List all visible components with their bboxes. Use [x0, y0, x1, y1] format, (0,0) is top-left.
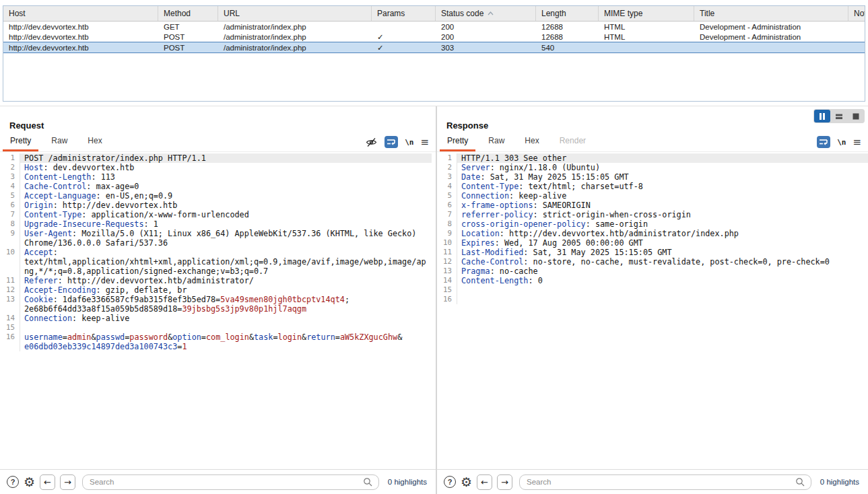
editor-line-text: Content-Type: application/x-www-form-url…: [20, 210, 432, 219]
editor-line: 9User-Agent: Mozilla/5.0 (X11; Linux x86…: [0, 229, 436, 248]
editor-line-text: Referer: http://dev.devvortex.htb/admini…: [20, 276, 432, 285]
table-cell: 303: [436, 44, 536, 52]
column-header-host[interactable]: Host: [3, 6, 158, 21]
editor-line-text: User-Agent: Mozilla/5.0 (X11; Linux x86_…: [20, 229, 432, 248]
table-row[interactable]: http://dev.devvortex.htbPOST/administrat…: [3, 32, 865, 42]
search-prev-button[interactable]: ←: [40, 474, 55, 490]
column-header-method[interactable]: Method: [158, 6, 218, 21]
column-header-label: Status code: [441, 9, 483, 18]
line-number: 11: [0, 276, 20, 285]
table-cell: 200: [436, 33, 536, 41]
editor-line-text: Origin: http://dev.devvortex.htb: [20, 201, 432, 210]
table-cell: 12688: [536, 33, 599, 41]
editor-line: 12Accept-Encoding: gzip, deflate, br: [0, 285, 436, 295]
table-row[interactable]: http://dev.devvortex.htbPOST/administrat…: [3, 42, 865, 53]
editor-line-text: Cache-Control: max-age=0: [20, 182, 432, 191]
tab-hex[interactable]: Hex: [80, 133, 109, 151]
request-tabs-row: PrettyRawHex: [0, 133, 436, 152]
editor-line: 14Content-Length: 0: [437, 276, 868, 285]
table-cell: /administrator/index.php: [218, 44, 372, 52]
line-number: 9: [437, 229, 457, 238]
request-highlights-count: 0 highlights: [388, 478, 427, 486]
line-number: 16: [437, 295, 457, 304]
column-header-label: MIME type: [604, 9, 642, 18]
column-header-note[interactable]: Note: [848, 6, 865, 21]
column-header-mime-type[interactable]: MIME type: [599, 6, 694, 21]
editor-line: 3Date: Sat, 31 May 2025 15:15:05 GMT: [437, 172, 868, 182]
settings-gear-icon[interactable]: ⚙: [24, 476, 35, 489]
response-editor[interactable]: 1HTTP/1.1 303 See other2Server: nginx/1.…: [437, 152, 868, 469]
editor-line: 16: [437, 295, 868, 304]
tab-pretty[interactable]: Pretty: [3, 133, 38, 151]
request-search-bar: ? ⚙ ← → 0 highlights: [0, 469, 436, 494]
table-cell: ✓: [372, 32, 436, 42]
search-next-button[interactable]: →: [497, 474, 512, 490]
line-number: 3: [437, 172, 457, 182]
editor-line-text: Accept: text/html,application/xhtml+xml,…: [20, 248, 432, 276]
layout-rows-button[interactable]: [831, 110, 847, 122]
table-cell: 540: [536, 44, 599, 52]
http-history-table: HostMethodURLParamsStatus codeLengthMIME…: [3, 5, 865, 102]
column-header-label: URL: [224, 9, 240, 18]
editor-line: 5Accept-Language: en-US,en;q=0.9: [0, 191, 436, 201]
tab-raw[interactable]: Raw: [481, 133, 512, 151]
layout-columns-button[interactable]: [814, 110, 830, 122]
editor-line: 5Connection: keep-alive: [437, 191, 868, 201]
tab-hex[interactable]: Hex: [517, 133, 546, 151]
table-row[interactable]: http://dev.devvortex.htbGET/administrato…: [3, 22, 865, 32]
response-search-input[interactable]: [520, 478, 811, 486]
editor-line: 4Content-Type: text/html; charset=utf-8: [437, 182, 868, 191]
editor-menu-icon[interactable]: ≡: [420, 137, 429, 147]
line-number: 15: [437, 285, 457, 295]
column-header-title[interactable]: Title: [694, 6, 848, 21]
newline-toggle-icon[interactable]: \n: [405, 138, 413, 147]
column-header-status-code[interactable]: Status code: [436, 6, 536, 21]
editor-line-text: POST /administrator/index.php HTTP/1.1: [20, 153, 432, 163]
line-number: 12: [0, 285, 20, 295]
response-tabs-row: PrettyRawHexRender \n ≡: [437, 133, 868, 152]
word-wrap-icon[interactable]: [385, 136, 398, 148]
word-wrap-icon[interactable]: [817, 136, 830, 148]
burp-http-history-screen: HostMethodURLParamsStatus codeLengthMIME…: [0, 0, 868, 494]
help-icon[interactable]: ?: [444, 476, 456, 488]
tab-pretty[interactable]: Pretty: [440, 133, 475, 151]
tab-raw[interactable]: Raw: [44, 133, 75, 151]
editor-line-text: [20, 323, 432, 332]
request-tabs: PrettyRawHex: [3, 133, 110, 151]
search-next-button[interactable]: →: [60, 474, 75, 490]
request-search-input[interactable]: [83, 478, 378, 486]
editor-line: 4Cache-Control: max-age=0: [0, 182, 436, 191]
column-header-label: Note: [854, 9, 865, 18]
help-icon[interactable]: ?: [7, 476, 19, 488]
line-number: 4: [437, 182, 457, 191]
editor-line: 15: [437, 285, 868, 295]
editor-line: 11Referer: http://dev.devvortex.htb/admi…: [0, 276, 436, 285]
editor-line-text: Location: http://dev.devvortex.htb/admin…: [457, 229, 868, 238]
editor-line: 2Host: dev.devvortex.htb: [0, 163, 436, 172]
request-editor[interactable]: 1POST /administrator/index.php HTTP/1.12…: [0, 152, 436, 469]
search-prev-button[interactable]: ←: [477, 474, 492, 490]
editor-line-text: x-frame-options: SAMEORIGIN: [457, 201, 868, 210]
request-panel: Request PrettyRawHex: [0, 106, 436, 494]
newline-toggle-icon[interactable]: \n: [837, 138, 846, 147]
line-number: 14: [437, 276, 457, 285]
response-editor-icons: \n ≡: [817, 136, 861, 151]
editor-line: 11Last-Modified: Sat, 31 May 2025 15:15:…: [437, 248, 868, 257]
column-header-params[interactable]: Params: [372, 6, 436, 21]
line-number: 14: [0, 314, 20, 323]
column-header-url[interactable]: URL: [218, 6, 372, 21]
line-number: 2: [0, 163, 20, 172]
line-number: 11: [437, 248, 457, 257]
request-title: Request: [9, 120, 436, 131]
hide-eye-icon[interactable]: [364, 136, 378, 148]
editor-line: 9Location: http://dev.devvortex.htb/admi…: [437, 229, 868, 238]
column-header-length[interactable]: Length: [536, 6, 599, 21]
line-number: 1: [0, 153, 20, 163]
settings-gear-icon[interactable]: ⚙: [461, 476, 472, 489]
layout-single-button[interactable]: [848, 110, 864, 122]
editor-menu-icon[interactable]: ≡: [853, 137, 861, 147]
line-number: 5: [437, 191, 457, 201]
editor-line-text: Upgrade-Insecure-Requests: 1: [20, 219, 432, 229]
table-cell: HTML: [599, 33, 694, 41]
editor-line-text: Cache-Control: no-store, no-cache, must-…: [457, 257, 868, 267]
